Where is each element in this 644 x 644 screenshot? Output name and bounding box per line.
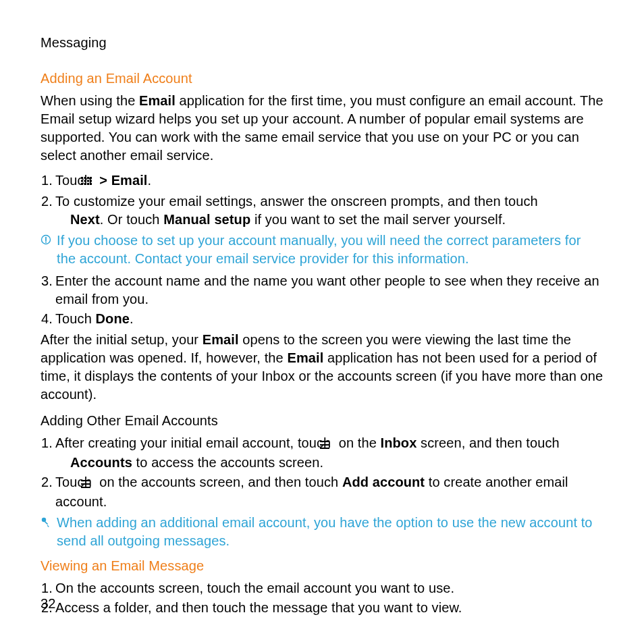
steps-adding-email: 1.Touch > Email. 2.To customize your ema… bbox=[41, 171, 603, 229]
bold-email: Email bbox=[203, 332, 239, 347]
svg-rect-1 bbox=[84, 177, 86, 179]
svg-rect-7 bbox=[90, 180, 92, 182]
svg-rect-4 bbox=[81, 180, 83, 182]
step-number: 2. bbox=[41, 473, 53, 491]
step-2: 2.To customize your email settings, answ… bbox=[41, 192, 603, 229]
text: To customize your email settings, answer… bbox=[55, 194, 538, 209]
bold-email: Email bbox=[139, 93, 176, 108]
text: on the accounts screen, and then touch bbox=[99, 475, 342, 489]
svg-rect-22 bbox=[45, 521, 48, 525]
svg-rect-18 bbox=[81, 480, 90, 481]
svg-rect-20 bbox=[81, 487, 90, 488]
step-3: 3.Enter the account name and the name yo… bbox=[41, 272, 603, 308]
step-1: 1.Touch > Email. bbox=[41, 171, 603, 191]
text: . bbox=[148, 173, 152, 188]
bold-next: Next bbox=[70, 212, 100, 227]
intro-paragraph: When using the Email application for the… bbox=[41, 92, 603, 165]
svg-rect-3 bbox=[90, 177, 92, 179]
text: if you want to set the mail server yours… bbox=[250, 212, 506, 227]
text: . Or touch bbox=[100, 212, 163, 227]
svg-rect-23 bbox=[47, 525, 49, 527]
bold-email: Email bbox=[287, 350, 323, 365]
step-number: 4. bbox=[41, 310, 53, 328]
section-title-adding-email: Adding an Email Account bbox=[41, 70, 603, 88]
subheading-adding-other: Adding Other Email Accounts bbox=[41, 412, 603, 430]
text: After the initial setup, your bbox=[41, 332, 203, 347]
bold-email: Email bbox=[111, 173, 148, 188]
bold-accounts: Accounts bbox=[70, 455, 132, 470]
step-number: 1. bbox=[41, 434, 53, 452]
svg-rect-11 bbox=[90, 183, 92, 185]
text: on the bbox=[339, 435, 381, 450]
svg-rect-13 bbox=[45, 237, 47, 241]
text: Enter the account name and the name you … bbox=[55, 273, 599, 306]
step-number: 1. bbox=[41, 171, 53, 190]
section-title-viewing-email: Viewing an Email Message bbox=[41, 557, 603, 575]
text: After creating your initial email accoun… bbox=[55, 435, 335, 450]
document-page: Messaging Adding an Email Account When u… bbox=[0, 0, 644, 644]
steps-viewing-email: 1.On the accounts screen, touch the emai… bbox=[41, 579, 603, 617]
bold-add-account: Add account bbox=[342, 475, 425, 489]
svg-rect-15 bbox=[320, 441, 329, 442]
after-setup-paragraph: After the initial setup, your Email open… bbox=[41, 331, 603, 404]
text: Access a folder, and then touch the mess… bbox=[55, 600, 462, 615]
step-2: 2.Touch on the accounts screen, and then… bbox=[41, 473, 603, 511]
step-2: 2.Access a folder, and then touch the me… bbox=[41, 599, 603, 617]
svg-rect-9 bbox=[84, 183, 86, 185]
text: When using the bbox=[41, 93, 139, 108]
bold-inbox: Inbox bbox=[381, 435, 417, 450]
steps-adding-other: 1.After creating your initial email acco… bbox=[41, 434, 603, 511]
svg-point-14 bbox=[45, 242, 47, 243]
step-number: 3. bbox=[41, 272, 53, 290]
svg-rect-17 bbox=[320, 448, 329, 449]
svg-rect-5 bbox=[84, 180, 86, 182]
page-header: Messaging bbox=[41, 34, 603, 52]
note-text: If you choose to set up your account man… bbox=[57, 232, 603, 268]
note-text: When adding an additional email account,… bbox=[57, 514, 603, 550]
tip-note: When adding an additional email account,… bbox=[41, 514, 603, 550]
svg-rect-19 bbox=[81, 483, 90, 485]
text: > bbox=[99, 173, 111, 188]
text: to access the accounts screen. bbox=[132, 455, 323, 470]
step-4: 4.Touch Done. bbox=[41, 310, 603, 328]
svg-point-21 bbox=[42, 518, 46, 522]
svg-rect-10 bbox=[87, 183, 89, 185]
step-number: 2. bbox=[41, 192, 53, 211]
text: Touch bbox=[55, 311, 96, 326]
info-icon bbox=[41, 234, 57, 245]
info-note: If you choose to set up your account man… bbox=[41, 232, 603, 268]
page-number: 32 bbox=[41, 595, 55, 613]
svg-rect-16 bbox=[320, 444, 329, 446]
tip-icon bbox=[41, 516, 57, 527]
step-1: 1.On the accounts screen, touch the emai… bbox=[41, 579, 603, 597]
text: On the accounts screen, touch the email … bbox=[55, 581, 454, 595]
steps-adding-email-cont: 3.Enter the account name and the name yo… bbox=[41, 272, 603, 328]
text: screen, and then touch bbox=[417, 435, 559, 450]
text: . bbox=[130, 311, 134, 326]
bold-done: Done bbox=[96, 311, 130, 326]
svg-rect-8 bbox=[81, 183, 83, 185]
step-1: 1.After creating your initial email acco… bbox=[41, 434, 603, 472]
svg-rect-2 bbox=[87, 177, 89, 179]
svg-rect-0 bbox=[81, 177, 83, 179]
svg-rect-6 bbox=[87, 180, 89, 182]
bold-manual-setup: Manual setup bbox=[163, 212, 250, 227]
